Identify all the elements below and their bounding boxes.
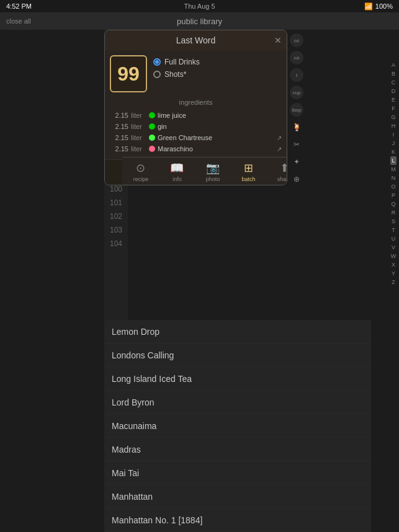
alpha-letter-K[interactable]: K [392,148,395,156]
alpha-letter-A[interactable]: A [392,61,395,69]
right-icons: ozmltcuptbsp🍹✂✦⊕ [288,30,305,187]
alpha-letter-S[interactable]: S [392,217,395,226]
ingredient-row: 2.15 liter Green Chartreuse ↗ [110,132,282,143]
alpha-letter-E[interactable]: E [392,95,395,104]
ingredient-name: Maraschino [158,145,274,153]
radio-full-drinks[interactable]: Full Drinks [153,58,200,66]
tab-photo[interactable]: 📷 photo [206,161,220,182]
alpha-letter-D[interactable]: D [392,87,396,95]
alpha-letter-H[interactable]: H [392,122,396,130]
ingredients-label: ingredients [110,99,282,106]
tab-icon-info: 📖 [170,161,184,175]
tab-batch[interactable]: ⊞ batch [242,161,256,182]
ingredient-dot [149,135,155,141]
list-item[interactable]: Madras [104,438,371,461]
list-item[interactable]: Manhattan [104,485,371,508]
alpha-letter-O[interactable]: O [391,182,395,191]
battery-label: 100% [375,2,393,10]
tab-info[interactable]: 📖 info [170,161,184,182]
radio-dot-full [153,58,161,66]
tab-bar: ⊙ recipe 📖 info 📷 photo ⊞ batch ⬆ share [122,157,287,185]
tab-label-info: info [173,176,182,182]
nav-bar: close all public library [0,12,399,30]
alpha-letter-C[interactable]: C [392,78,396,87]
card-body: 99 Full Drinks Shots* ingredients 2. [105,50,287,159]
card-header: Last Word ✕ [105,30,287,50]
ingredient-unit: liter [131,145,146,153]
list-item[interactable]: Long Island Iced Tea [104,367,371,391]
alpha-letter-V[interactable]: V [392,243,395,252]
alpha-letter-L[interactable]: L [390,156,396,165]
alpha-letter-T[interactable]: T [392,226,395,234]
alpha-letter-I[interactable]: I [393,130,395,139]
ingredient-link[interactable]: ↗ [277,146,282,153]
ingredient-unit: liter [131,112,146,119]
list-item[interactable]: Lord Byron [104,391,371,414]
status-right: 📶 100% [364,2,393,11]
ingredient-dot [149,112,155,118]
ingredient-row: 2.15 liter gin [110,121,282,132]
ingredient-amount: 2.15 [110,112,128,119]
alpha-letter-Q[interactable]: Q [391,200,395,208]
list-item[interactable]: Macunaima [104,414,371,438]
ingredient-row: 2.15 liter Maraschino ↗ [110,143,282,154]
unit-button-cup[interactable]: cup [290,86,303,99]
nav-title: public library [177,17,222,26]
radio-label-shots: Shots* [164,70,186,79]
alpha-letter-J[interactable]: J [392,139,395,148]
alpha-letter-G[interactable]: G [391,113,395,122]
alpha-letter-R[interactable]: R [392,208,396,217]
list-section: Lemon DropLondons CallingLong Island Ice… [104,320,371,532]
tab-recipe[interactable]: ⊙ recipe [133,161,149,182]
ingredient-unit: liter [131,123,146,130]
card-title: Last Word [176,35,216,45]
alpha-letter-X[interactable]: X [392,260,395,269]
list-item[interactable]: Manhattan No. 1 [1884] [104,508,371,532]
unit-button-t[interactable]: t [290,68,303,82]
unit-button-tbsp[interactable]: tbsp [290,103,303,117]
tool-icon-2[interactable]: ✦ [290,155,303,169]
alpha-letter-F[interactable]: F [392,104,395,113]
tool-icon-3[interactable]: ⊕ [290,172,303,186]
alpha-letter-Z[interactable]: Z [392,278,395,286]
list-item[interactable]: Lemon Drop [104,320,371,344]
tab-icon-recipe: ⊙ [136,161,145,175]
radio-shots[interactable]: Shots* [153,70,200,79]
card-container: Last Word ✕ 99 Full Drinks Shots* [104,30,371,320]
ingredient-row: 2.15 liter lime juice [110,110,282,121]
alpha-letter-M[interactable]: M [391,165,396,174]
alpha-letter-U[interactable]: U [392,234,396,243]
ingredient-dot [149,123,155,130]
list-item[interactable]: Mai Tai [104,461,371,485]
tab-icon-batch: ⊞ [244,161,253,175]
ingredient-unit: liter [131,134,146,141]
radio-label-full: Full Drinks [164,58,200,66]
tab-icon-photo: 📷 [206,161,220,175]
unit-button-ml[interactable]: ml [290,51,303,64]
ingredient-amount: 2.15 [110,123,128,130]
ingredient-name: lime juice [158,112,282,119]
ingredients-table: 2.15 liter lime juice 2.15 liter gin 2.1… [110,110,282,154]
tool-icon-1[interactable]: ✂ [290,138,303,151]
alpha-letter-P[interactable]: P [392,191,395,200]
unit-button-oz[interactable]: oz [290,33,303,47]
ingredient-link[interactable]: ↗ [277,135,282,141]
alpha-letter-Y[interactable]: Y [392,269,395,278]
ingredient-amount: 2.15 [110,145,128,153]
alphabet-list: ABCDEFGHIJKLMNOPQRSTUVWXYZ [388,30,399,532]
card-top-row: 99 Full Drinks Shots* [110,55,282,92]
alpha-letter-B[interactable]: B [392,69,395,78]
batch-number[interactable]: 99 [110,55,147,92]
tab-label-share: share [277,176,287,182]
tab-icon-share: ⬆ [280,161,287,175]
alpha-letter-W[interactable]: W [391,252,397,260]
main-content: 8990919293949596979899100101102103104 La… [0,30,399,532]
tool-icon-0[interactable]: 🍹 [290,120,303,134]
card-close-button[interactable]: ✕ [274,35,282,45]
alpha-letter-N[interactable]: N [392,174,396,182]
tab-label-batch: batch [242,176,256,182]
list-item[interactable]: Londons Calling [104,344,371,367]
status-day: Thu Aug 5 [184,2,215,10]
close-all-button[interactable]: close all [6,17,31,25]
tab-share[interactable]: ⬆ share [277,161,287,182]
